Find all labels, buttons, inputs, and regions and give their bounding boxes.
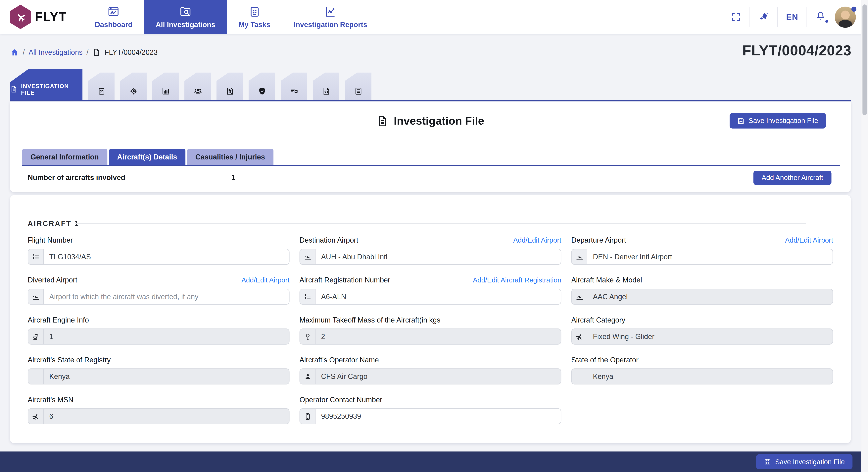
input-aircraft-s-msn[interactable] (28, 408, 289, 424)
input-operator-contact-number[interactable] (300, 408, 561, 424)
subtabs: General InformationAircraft(s) DetailsCa… (22, 149, 273, 165)
departure-airport-input[interactable] (587, 249, 833, 264)
field-head: Aircraft Category (571, 316, 833, 324)
dashboard-icon (107, 5, 120, 17)
destination-airport-input[interactable] (315, 249, 561, 264)
nav-item-investigation-reports[interactable]: Investigation Reports (282, 0, 379, 34)
file-icon (92, 48, 101, 57)
fullscreen-icon[interactable] (731, 11, 741, 22)
tab-investigation-file[interactable]: INVESTIGATION FILE (10, 69, 83, 100)
add-button-label: Add Another Aircraft (762, 174, 823, 182)
nav-item-label: All Investigations (156, 20, 215, 29)
input-aircraft-category[interactable] (571, 328, 833, 345)
field-aircraft-registration-number: Aircraft Registration NumberAdd/Edit Air… (300, 276, 561, 303)
input-departure-airport[interactable] (571, 249, 833, 265)
subtab-casualities-injuries[interactable]: Casualities / Injuries (187, 149, 273, 165)
aircraft-engine-info-input[interactable] (44, 329, 289, 344)
scrollbar-thumb[interactable] (862, 4, 867, 115)
aircraft-count-label: Number of aircrafts involved (28, 173, 125, 182)
field-label: State of the Operator (571, 356, 638, 364)
field-state-of-the-operator: State of the Operator (571, 356, 833, 383)
notifications-button[interactable] (815, 10, 826, 23)
add-edit-link-diverted-airport[interactable]: Add/Edit Airport (241, 276, 289, 284)
input-aircraft-engine-info[interactable] (28, 328, 289, 345)
aircraft-count-value: 1 (231, 173, 236, 182)
tab-9[interactable] (313, 72, 339, 100)
plane-landing-icon (28, 289, 44, 304)
theme-icon[interactable] (758, 11, 769, 22)
investigation-tabstrip: INVESTIGATION FILE (10, 69, 851, 100)
tab-6[interactable] (217, 72, 243, 100)
state-of-the-operator-input[interactable] (587, 369, 833, 384)
breadcrumb-link-all-investigations[interactable]: All Investigations (29, 48, 83, 57)
field-label: Aircraft's State of Registry (28, 356, 111, 364)
plane-icon (15, 11, 26, 23)
ordered-list-icon (300, 289, 315, 304)
maximum-takeoff-mass-of-the-aircraft-in-kgs-input[interactable] (315, 329, 561, 344)
field-label: Operator Contact Number (300, 395, 382, 404)
bar-chart-icon (161, 87, 170, 95)
card-heading: Investigation File (10, 115, 851, 127)
input-aircraft-s-operator-name[interactable] (300, 368, 561, 384)
field-departure-airport: Departure AirportAdd/Edit Airport (571, 236, 833, 264)
field-head: Operator Contact Number (300, 395, 561, 404)
tab-label: INVESTIGATION FILE (21, 82, 83, 96)
top-navigation: FLYT DashboardAll InvestigationsMy Tasks… (0, 0, 868, 34)
target-icon (129, 87, 137, 95)
field-label: Aircraft Make & Model (571, 276, 642, 284)
add-another-aircraft-button[interactable]: Add Another Aircraft (753, 171, 831, 185)
save-investigation-file-button-bottom[interactable]: Save Investigation File (756, 454, 852, 469)
plane-takeoff-icon (572, 289, 587, 304)
input-aircraft-s-state-of-registry[interactable] (28, 368, 289, 384)
weight-icon (300, 329, 315, 344)
nav-item-all-investigations[interactable]: All Investigations (144, 0, 227, 34)
aircraft-s-state-of-registry-input[interactable] (44, 369, 289, 384)
flight-number-input[interactable] (44, 249, 289, 264)
tab-10[interactable] (345, 72, 371, 100)
nav-item-dashboard[interactable]: Dashboard (83, 0, 144, 34)
add-edit-link-destination-airport[interactable]: Add/Edit Airport (513, 237, 561, 244)
brand-logo[interactable]: FLYT (0, 0, 75, 34)
aircraft-s-operator-name-input[interactable] (315, 369, 561, 384)
plane-landing-icon (300, 249, 315, 264)
scrollbar-track[interactable] (861, 0, 868, 472)
save-investigation-file-button[interactable]: Save Investigation File (730, 113, 826, 128)
tab-4[interactable] (152, 72, 179, 100)
aircraft-registration-number-input[interactable] (315, 289, 561, 304)
notification-dot (826, 20, 828, 23)
field-label: Aircraft's Operator Name (300, 356, 379, 364)
doc-code-icon (322, 87, 330, 95)
add-edit-link-aircraft-registration-number[interactable]: Add/Edit Aircraft Registration (473, 276, 561, 284)
home-icon[interactable] (10, 48, 19, 57)
field-head: Aircraft Engine Info (28, 316, 289, 324)
field-maximum-takeoff-mass-of-the-aircraft-in-kgs: Maximum Takeoff Mass of the Aircraft(in … (300, 316, 561, 344)
aircraft-category-input[interactable] (587, 329, 833, 344)
input-destination-airport[interactable] (300, 249, 561, 265)
nav-item-my-tasks[interactable]: My Tasks (227, 0, 282, 34)
aircraft-make-model-input[interactable] (587, 289, 833, 304)
diverted-airport-input[interactable] (44, 289, 289, 304)
input-aircraft-registration-number[interactable] (300, 289, 561, 305)
tab-5[interactable] (184, 72, 211, 100)
add-edit-link-departure-airport[interactable]: Add/Edit Airport (785, 237, 833, 244)
tab-8[interactable] (281, 72, 307, 100)
section-divider (75, 223, 806, 224)
tab-2[interactable] (88, 72, 115, 100)
operator-contact-number-input[interactable] (315, 409, 561, 424)
tab-7[interactable] (249, 72, 275, 100)
input-diverted-airport[interactable] (28, 289, 289, 305)
input-maximum-takeoff-mass-of-the-aircraft-in-kgs[interactable] (300, 328, 561, 345)
save-button-label: Save Investigation File (748, 117, 818, 125)
aircraft-s-msn-input[interactable] (44, 409, 289, 424)
subtab-general-information[interactable]: General Information (22, 149, 107, 165)
tab-3[interactable] (120, 72, 147, 100)
field-aircraft-category: Aircraft Category (571, 316, 833, 344)
input-flight-number[interactable] (28, 249, 289, 265)
input-aircraft-make-model[interactable] (571, 289, 833, 305)
page: FLYT DashboardAll InvestigationsMy Tasks… (0, 0, 868, 472)
subtab-aircraft-s-details[interactable]: Aircraft(s) Details (109, 149, 185, 165)
bell-icon (815, 10, 826, 21)
input-state-of-the-operator[interactable] (571, 368, 833, 384)
language-selector[interactable]: EN (786, 12, 798, 22)
plane-landing-icon (572, 249, 587, 264)
